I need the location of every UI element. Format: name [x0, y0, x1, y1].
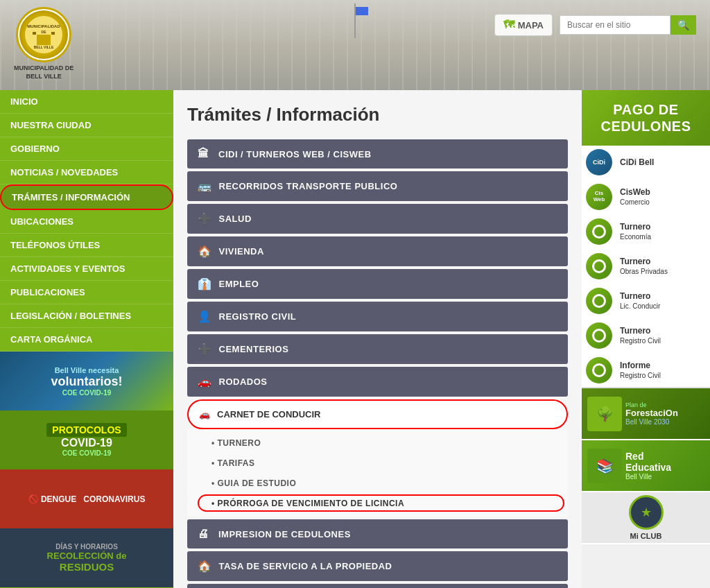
menu-label-vivienda: VIVIENDA [219, 246, 264, 257]
menu-link-empleo[interactable]: 👔 EMPLEO [187, 269, 568, 299]
banner-residuos-subtitle: RESIDUOS [60, 561, 114, 573]
submenu-link-turnero[interactable]: • TURNERO [211, 438, 261, 448]
rs-item-cidi[interactable]: CiDi CiDi Bell [582, 146, 710, 180]
rs-pago-label: PAGO DECEDULONES [600, 101, 691, 135]
submenu-item-guia[interactable]: • GUIA DE ESTUDIO [187, 473, 568, 493]
sidebar-link-publicaciones[interactable]: PUBLICACIONES [0, 281, 173, 304]
plus-icon-salud: ➕ [198, 212, 212, 225]
menu-link-cementerios[interactable]: ➕ CEMENTERIOS [187, 334, 568, 364]
rs-item-turnero-conducir[interactable]: TurneroLic. Conducir [582, 284, 710, 319]
svg-text:MUNICIPALIDAD: MUNICIPALIDAD [27, 24, 60, 28]
menu-link-cidi[interactable]: 🏛 CIDI / TURNEROS WEB / CISWEB [187, 139, 568, 168]
sidebar-item-publicaciones[interactable]: PUBLICACIONES [0, 281, 173, 304]
menu-link-vivienda[interactable]: 🏠 VIVIENDA [187, 236, 568, 266]
sidebar-link-tramites[interactable]: TRÁMITES / INFORMACIÓN [0, 184, 173, 210]
mapa-label: MAPA [518, 20, 544, 31]
sidebar-item-nuestra-ciudad[interactable]: NUESTRA CIUDAD [0, 114, 173, 137]
menu-link-transporte[interactable]: 🚌 RECORRIDOS TRANSPORTE PUBLICO [187, 171, 568, 201]
sidebar-link-nuestra-ciudad[interactable]: NUESTRA CIUDAD [0, 114, 173, 137]
banner-voluntarios-title: Bell Ville necesita [55, 366, 119, 374]
banner-dengue[interactable]: 🚫 DENGUE CORONAVIRUS [0, 469, 173, 528]
menu-item-vivienda[interactable]: 🏠 VIVIENDA [187, 236, 568, 266]
menu-link-registro-civil[interactable]: 👤 REGISTRO CIVIL [187, 302, 568, 331]
submenu-link-guia[interactable]: • GUIA DE ESTUDIO [211, 478, 296, 488]
rs-red-educativa[interactable]: 📚 Red Educativa Bell Ville [582, 440, 710, 492]
svg-rect-3 [37, 35, 51, 45]
map-icon: 🗺 [503, 19, 514, 31]
mapa-button[interactable]: 🗺 MAPA [494, 14, 553, 36]
rs-item-turnero-registro[interactable]: TurneroRegistro Civil [582, 319, 710, 354]
menu-item-tasa[interactable]: 🏠 TASA DE SERVICIO A LA PROPIEDAD [187, 551, 568, 581]
sidebar-item-telefonos[interactable]: TELÉFONOS ÚTILES [0, 234, 173, 257]
sidebar-link-carta-organica[interactable]: CARTA ORGÁNICA [0, 328, 173, 352]
sidebar-item-inicio[interactable]: INICIO [0, 90, 173, 114]
red-educativa-icon: 📚 [587, 449, 622, 483]
turnero-eco-icon [586, 218, 612, 245]
menu-item-cedulones[interactable]: 🖨 IMPRESION DE CEDULONES [187, 519, 568, 548]
person-icon: 👤 [198, 310, 212, 323]
sidebar-item-noticias[interactable]: NOTICIAS / NOVEDADES [0, 161, 173, 184]
sidebar-item-carta-organica[interactable]: CARTA ORGÁNICA [0, 328, 173, 352]
menu-item-carnet[interactable]: 🚗 CARNET DE CONDUCIR [187, 399, 568, 429]
forestacion-icon: 🌳 [587, 397, 622, 431]
sidebar-item-legislacion[interactable]: LEGISLACIÓN / BOLETINES [0, 304, 173, 328]
menu-label-salud: SALUD [219, 214, 252, 224]
sidebar-link-inicio[interactable]: INICIO [0, 90, 173, 114]
house-icon-tasa: 🏠 [198, 560, 212, 573]
sidebar-link-gobierno[interactable]: GOBIERNO [0, 137, 173, 161]
logo-text: MUNICIPALIDAD DE BELL VILLE [14, 64, 73, 80]
svg-rect-5 [51, 32, 55, 35]
rs-item-informe-registro[interactable]: InformeRegistro Civil [582, 354, 710, 388]
menu-label-registro-civil: REGISTRO CIVIL [219, 311, 297, 322]
miclub-content: ★ Mi CLUB [629, 495, 664, 540]
menu-label-cedulones: IMPRESION DE CEDULONES [218, 529, 351, 539]
menu-link-tasa[interactable]: 🏠 TASA DE SERVICIO A LA PROPIEDAD [187, 551, 568, 581]
menu-item-transporte[interactable]: 🚌 RECORRIDOS TRANSPORTE PUBLICO [187, 171, 568, 201]
rs-item-turnero-economia[interactable]: TurneroEconomía [582, 215, 710, 250]
menu-link-obras[interactable]: 🏠 OBRAS PRIVADAS [187, 584, 568, 588]
menu-item-rodados[interactable]: 🚗 RODADOS [187, 367, 568, 397]
menu-link-carnet[interactable]: 🚗 CARNET DE CONDUCIR [189, 401, 566, 428]
submenu-item-tarifas[interactable]: • TARIFAS [187, 453, 568, 473]
menu-link-cedulones[interactable]: 🖨 IMPRESION DE CEDULONES [187, 519, 568, 548]
menu-link-rodados[interactable]: 🚗 RODADOS [187, 367, 568, 397]
menu-item-cidi[interactable]: 🏛 CIDI / TURNEROS WEB / CISWEB [187, 139, 568, 168]
sidebar-link-ubicaciones[interactable]: UBICACIONES [0, 210, 173, 234]
banner-protocolos[interactable]: PROTOCOLOS COVID-19 COE COVID-19 [0, 410, 173, 469]
rs-pago-cedulones[interactable]: PAGO DECEDULONES [582, 90, 710, 146]
menu-item-cementerios[interactable]: ➕ CEMENTERIOS [187, 334, 568, 364]
rs-item-turnero-obras[interactable]: TurneroObras Privadas [582, 250, 710, 284]
submenu-item-proroga[interactable]: • PRÓRROGA DE VENCIMIENTO DE LICINCIA [187, 493, 568, 513]
bus-icon: 🚌 [198, 180, 212, 193]
menu-label-cementerios: CEMENTERIOS [219, 344, 289, 354]
sidebar-link-actividades[interactable]: ACTIVIDADES Y EVENTOS [0, 257, 173, 281]
sidebar-link-telefonos[interactable]: TELÉFONOS ÚTILES [0, 234, 173, 257]
banner-voluntarios[interactable]: Bell Ville necesita voluntarios! COE COV… [0, 352, 173, 410]
briefcase-icon: 👔 [198, 277, 212, 291]
sidebar-link-legislacion[interactable]: LEGISLACIÓN / BOLETINES [0, 304, 173, 328]
submenu-link-proroga[interactable]: • PRÓRROGA DE VENCIMIENTO DE LICINCIA [211, 499, 404, 508]
page-title: Trámites / Información [187, 104, 568, 126]
menu-item-obras[interactable]: 🏠 OBRAS PRIVADAS [187, 584, 568, 588]
sidebar-item-ubicaciones[interactable]: UBICACIONES [0, 210, 173, 234]
menu-item-empleo[interactable]: 👔 EMPLEO [187, 269, 568, 299]
sidebar-item-gobierno[interactable]: GOBIERNO [0, 137, 173, 161]
sidebar-item-actividades[interactable]: ACTIVIDADES Y EVENTOS [0, 257, 173, 281]
rs-item-cisweb[interactable]: CisWeb CisWebComercio [582, 180, 710, 215]
logo-area[interactable]: MUNICIPALIDAD DE BELL VILLE MUNICIPALIDA… [14, 7, 73, 80]
main-container: INICIO NUESTRA CIUDAD GOBIERNO NOTICIAS … [0, 90, 710, 588]
rs-miclub[interactable]: ★ Mi CLUB [582, 492, 710, 544]
menu-item-registro-civil[interactable]: 👤 REGISTRO CIVIL [187, 302, 568, 331]
sidebar-item-tramites[interactable]: TRÁMITES / INFORMACIÓN [0, 184, 173, 210]
sidebar-link-noticias[interactable]: NOTICIAS / NOVEDADES [0, 161, 173, 184]
banner-residuos[interactable]: DÍAS Y HORARIOS RECOLECCIÓN de RESIDUOS [0, 528, 173, 587]
header-right: 🗺 MAPA 🔍 [494, 14, 696, 36]
rs-forestacion[interactable]: 🌳 Plan de ForestaciOn Bell Ville 2030 [582, 388, 710, 440]
turnero-obras-icon [586, 253, 612, 279]
submenu-link-tarifas[interactable]: • TARIFAS [211, 458, 254, 468]
search-button[interactable]: 🔍 [670, 15, 696, 35]
search-input[interactable] [560, 15, 670, 35]
menu-item-salud[interactable]: ➕ SALUD [187, 204, 568, 234]
submenu-item-turnero[interactable]: • TURNERO [187, 433, 568, 453]
menu-link-salud[interactable]: ➕ SALUD [187, 204, 568, 234]
